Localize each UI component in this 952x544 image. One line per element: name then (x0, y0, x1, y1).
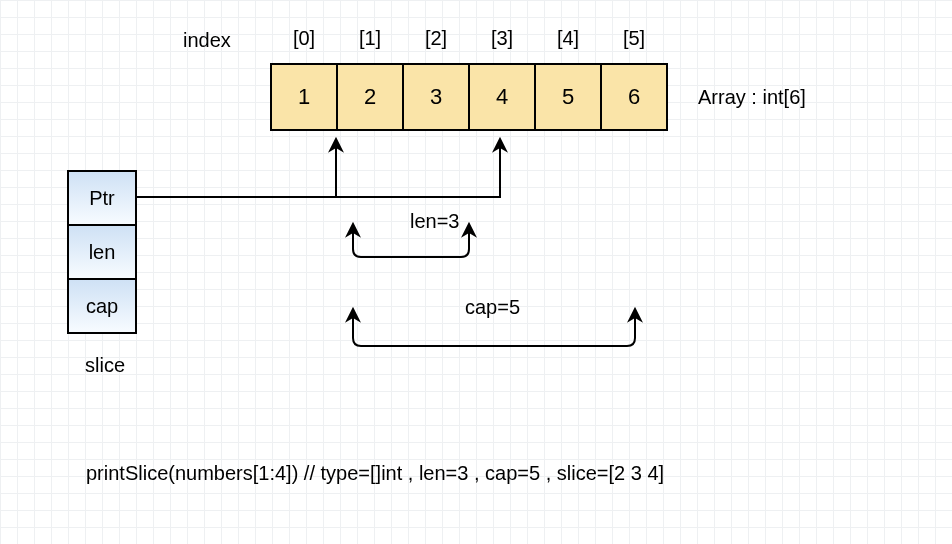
array-cell-4: 5 (534, 63, 602, 131)
array-cell-1: 2 (336, 63, 404, 131)
slice-struct: Ptr len cap (67, 170, 137, 334)
array-cell-0: 1 (270, 63, 338, 131)
index-row: [0] [1] [2] [3] [4] [5] (270, 27, 668, 50)
ptr-to-index3-arrow (137, 140, 500, 197)
cap-annotation: cap=5 (465, 296, 520, 319)
index-3: [3] (468, 27, 536, 50)
array-cell-5: 6 (600, 63, 668, 131)
array-cell-2: 3 (402, 63, 470, 131)
index-1: [1] (336, 27, 404, 50)
index-5: [5] (600, 27, 668, 50)
ptr-arrow-group (137, 140, 500, 197)
len-annotation: len=3 (410, 210, 460, 233)
slice-len-cell: len (67, 224, 137, 280)
array-cell-3: 4 (468, 63, 536, 131)
index-2: [2] (402, 27, 470, 50)
slice-cap-cell: cap (67, 278, 137, 334)
index-4: [4] (534, 27, 602, 50)
ptr-to-index1-arrow (137, 140, 336, 197)
slice-ptr-cell: Ptr (67, 170, 137, 226)
index-0: [0] (270, 27, 338, 50)
index-label: index (183, 29, 231, 52)
slice-label: slice (85, 354, 125, 377)
array-type-label: Array : int[6] (698, 86, 806, 109)
code-line: printSlice(numbers[1:4]) // type=[]int ,… (86, 462, 664, 485)
array-row: 1 2 3 4 5 6 (270, 63, 668, 131)
